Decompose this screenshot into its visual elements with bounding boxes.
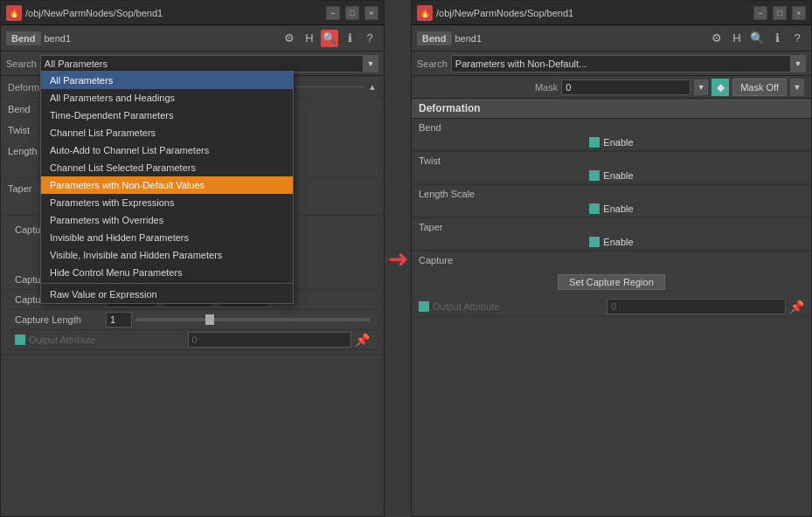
right-search-input-wrap: ▼ — [451, 55, 806, 72]
h-icon[interactable]: H — [301, 30, 318, 47]
right-output-attr-input[interactable] — [607, 299, 786, 314]
right-info-icon[interactable]: ℹ — [768, 30, 786, 47]
capture-length-row: Capture Length — [8, 310, 377, 330]
capture-length-label: Capture Length — [15, 314, 102, 325]
dropdown-item-raw-value[interactable]: Raw Value or Expression — [41, 286, 293, 303]
capture-length-input[interactable] — [106, 312, 132, 327]
right-h-icon[interactable]: H — [728, 30, 746, 47]
right-node-name-label: bend1 — [455, 33, 482, 44]
twist-param-section: Twist Enable — [412, 152, 811, 185]
dropdown-divider — [41, 283, 293, 284]
search-label: Search — [6, 59, 37, 69]
right-pin-icon: 📌 — [789, 300, 804, 314]
dropdown-item-non-default[interactable]: Parameters with Non-Default Values — [41, 176, 293, 194]
mask-row: Mask ▼ ◆ Mask Off ▼ — [412, 76, 811, 99]
twist-enable-checkbox[interactable] — [589, 170, 600, 181]
help-icon[interactable]: ? — [361, 30, 378, 47]
mask-label: Mask — [535, 82, 558, 93]
right-title-bar: 🔥 /obj/NewParmNodes/Sop/bend1 − □ × — [412, 1, 811, 25]
search-dropdown-button[interactable]: ▼ — [363, 55, 378, 72]
bend-label: Bend — [412, 119, 811, 134]
output-attr-label: Output Attribute — [29, 334, 184, 345]
deform-arrow-icon: ▲ — [368, 82, 377, 92]
bend-enable-checkbox[interactable] — [589, 137, 600, 148]
mask-dropdown-button[interactable]: ▼ — [694, 79, 708, 95]
right-toolbar: Bend bend1 ⚙ H 🔍 ℹ ? — [412, 25, 811, 52]
left-win-controls: − □ × — [326, 6, 378, 20]
dropdown-item-invisible-hidden[interactable]: Invisible and Hidden Parameters — [41, 229, 293, 246]
right-search-bar: Search ▼ — [412, 52, 811, 76]
search-input[interactable] — [40, 55, 378, 72]
right-settings-icon[interactable]: ⚙ — [708, 30, 725, 47]
dropdown-item-overrides[interactable]: Parameters with Overrides — [41, 211, 293, 229]
length-scale-enable-label: Enable — [603, 203, 633, 214]
search-icon[interactable]: 🔍 — [321, 30, 338, 47]
right-help-icon[interactable]: ? — [788, 30, 806, 47]
dropdown-item-visible-invisible[interactable]: Visible, Invisible and Hidden Parameters — [41, 246, 293, 264]
right-flame-icon: 🔥 — [417, 5, 433, 21]
maximize-button[interactable]: □ — [345, 6, 359, 20]
taper-label: Taper — [412, 218, 811, 234]
right-search-dropdown-button[interactable]: ▼ — [790, 55, 806, 72]
capture-label: Capture — [412, 252, 811, 267]
mask-off-button[interactable]: Mask Off — [732, 79, 787, 96]
left-panel: 🔥 /obj/NewParmNodes/Sop/bend1 − □ × Bend… — [0, 0, 385, 517]
deformation-section-header: Deformation — [412, 99, 811, 119]
right-output-checkbox[interactable] — [419, 301, 429, 312]
mask-arrow-button[interactable]: ▼ — [790, 79, 804, 96]
capture-length-slider[interactable] — [135, 318, 370, 321]
right-close-button[interactable]: × — [792, 6, 806, 20]
dropdown-item-expressions[interactable]: Parameters with Expressions — [41, 194, 293, 211]
right-search-input[interactable] — [451, 55, 806, 72]
left-title-bar: 🔥 /obj/NewParmNodes/Sop/bend1 − □ × — [1, 1, 384, 25]
toolbar-icons: ⚙ H 🔍 ℹ ? — [281, 30, 378, 47]
mask-input[interactable] — [561, 79, 691, 95]
length-scale-enable-checkbox[interactable] — [589, 203, 600, 214]
left-toolbar: Bend bend1 ⚙ H 🔍 ℹ ? — [1, 25, 384, 52]
dropdown-item-channel-selected[interactable]: Channel List Selected Parameters — [41, 159, 293, 176]
right-maximize-button[interactable]: □ — [773, 6, 787, 20]
settings-icon[interactable]: ⚙ — [281, 30, 298, 47]
right-set-capture-button[interactable]: Set Capture Region — [558, 274, 665, 290]
capture-length-thumb[interactable] — [205, 314, 214, 325]
taper-enable-label: Enable — [603, 237, 633, 247]
length-scale-enable-row: Enable — [412, 201, 811, 217]
search-input-wrap: ▼ — [40, 55, 378, 72]
output-attr-checkbox[interactable] — [15, 334, 25, 345]
twist-enable-label: Enable — [603, 170, 633, 181]
capture-length-slider-wrap — [106, 312, 370, 327]
info-icon[interactable]: ℹ — [341, 30, 358, 47]
dropdown-item-hide-control[interactable]: Hide Control Menu Parameters — [41, 264, 293, 281]
twist-label: Twist — [412, 152, 811, 168]
twist-enable-row: Enable — [412, 168, 811, 184]
right-set-capture-container: Set Capture Region — [412, 267, 811, 297]
length-scale-param-section: Length Scale Enable — [412, 185, 811, 218]
right-search-label: Search — [417, 59, 448, 69]
right-output-attr-label: Output Attribute — [433, 301, 603, 312]
bend-enable-row: Enable — [412, 134, 811, 151]
node-type-label: Bend — [6, 31, 41, 45]
bend-enable-label: Enable — [603, 137, 633, 148]
right-search-icon[interactable]: 🔍 — [748, 30, 766, 47]
length-scale-label: Length Scale — [412, 185, 811, 201]
right-panel: 🔥 /obj/NewParmNodes/Sop/bend1 − □ × Bend… — [411, 0, 812, 517]
dropdown-item-all-parameters-headings[interactable]: All Parameters and Headings — [41, 89, 293, 107]
dropdown-item-time-dependent[interactable]: Time-Dependent Parameters — [41, 107, 293, 124]
dropdown-item-all-parameters[interactable]: All Parameters — [41, 72, 293, 89]
output-attr-input[interactable] — [188, 332, 352, 348]
right-toolbar-icons: ⚙ H 🔍 ℹ ? — [708, 30, 806, 47]
dropdown-item-auto-add[interactable]: Auto-Add to Channel List Parameters — [41, 141, 293, 159]
capture-param-section: Capture Set Capture Region Output Attrib… — [412, 252, 811, 317]
pin-icon: 📌 — [355, 333, 370, 347]
right-win-controls: − □ × — [753, 6, 806, 20]
taper-enable-row: Enable — [412, 234, 811, 251]
right-minimize-button[interactable]: − — [753, 6, 767, 20]
minimize-button[interactable]: − — [326, 6, 340, 20]
dropdown-item-channel-list[interactable]: Channel List Parameters — [41, 124, 293, 141]
red-arrow-icon: ➜ — [388, 245, 408, 273]
taper-enable-checkbox[interactable] — [589, 237, 600, 247]
mask-green-icon: ◆ — [711, 79, 729, 96]
right-node-type-label: Bend — [417, 31, 452, 45]
flame-icon: 🔥 — [6, 5, 22, 21]
close-button[interactable]: × — [364, 6, 378, 20]
